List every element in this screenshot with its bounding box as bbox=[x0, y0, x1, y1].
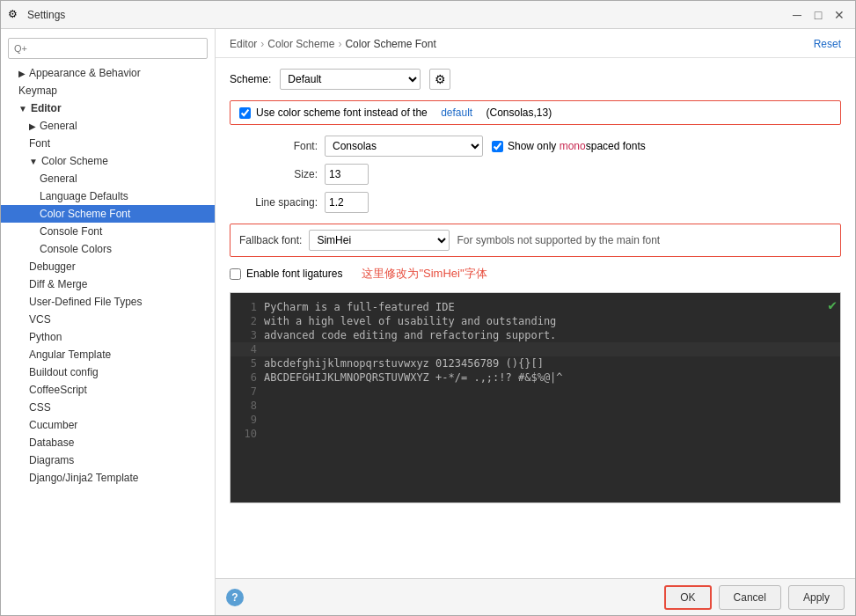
size-input[interactable] bbox=[325, 164, 369, 185]
show-monospaced-checkbox[interactable] bbox=[492, 141, 503, 152]
fallback-font-select[interactable]: SimHei bbox=[309, 230, 450, 251]
sidebar-item-keymap[interactable]: Keymap bbox=[1, 82, 215, 99]
sidebar-item-label: CSS bbox=[29, 401, 51, 414]
ligatures-checkbox[interactable] bbox=[230, 268, 241, 280]
scheme-select[interactable]: Default bbox=[280, 69, 421, 90]
sidebar-search-container bbox=[1, 33, 215, 64]
breadcrumb: Editor › Color Scheme › Color Scheme Fon… bbox=[230, 38, 436, 50]
sidebar-item-diagrams[interactable]: Diagrams bbox=[1, 451, 215, 469]
arrow-icon: ▼ bbox=[18, 104, 27, 114]
apply-button[interactable]: Apply bbox=[788, 585, 845, 610]
content-area: Editor › Color Scheme › Color Scheme Fon… bbox=[216, 29, 855, 615]
preview-line-4: 4 bbox=[230, 342, 840, 356]
use-color-scheme-label[interactable]: Use color scheme font instead of the def… bbox=[239, 106, 552, 119]
sidebar-item-vcs[interactable]: VCS bbox=[1, 311, 215, 328]
sidebar-item-label: Database bbox=[29, 436, 74, 449]
font-control: Consolas Show only monospaced fonts bbox=[325, 136, 841, 157]
line-number: 5 bbox=[230, 357, 257, 370]
sidebar-item-debugger[interactable]: Debugger bbox=[1, 258, 215, 275]
use-color-scheme-section: Use color scheme font instead of the def… bbox=[230, 100, 841, 125]
sidebar-item-label: Color Scheme Font bbox=[40, 208, 130, 220]
sidebar-item-console-font[interactable]: Console Font bbox=[1, 223, 215, 240]
ok-button[interactable]: OK bbox=[664, 585, 711, 610]
sidebar-item-label: Console Font bbox=[40, 225, 102, 238]
sidebar-item-label: Color Scheme bbox=[41, 155, 108, 167]
font-label: Font: bbox=[230, 140, 318, 152]
sidebar-item-django-jinja2[interactable]: Django/Jinja2 Template bbox=[1, 469, 215, 487]
sidebar-item-cucumber[interactable]: Cucumber bbox=[1, 416, 215, 434]
sidebar-item-css[interactable]: CSS bbox=[1, 399, 215, 416]
preview-box: ✔ 1 PyCharm is a full-featured IDE 2 wit… bbox=[230, 292, 841, 503]
breadcrumb-sep1: › bbox=[260, 38, 264, 50]
line-spacing-input[interactable] bbox=[325, 192, 369, 213]
gear-button[interactable]: ⚙ bbox=[429, 69, 450, 90]
sidebar-item-label: Cucumber bbox=[29, 419, 77, 431]
sidebar-item-editor[interactable]: ▼ Editor bbox=[1, 99, 215, 117]
sidebar-item-general[interactable]: ▶ General bbox=[1, 117, 215, 135]
sidebar-item-database[interactable]: Database bbox=[1, 434, 215, 451]
arrow-icon: ▼ bbox=[29, 157, 38, 166]
sidebar-item-label: Debugger bbox=[29, 260, 76, 273]
use-color-scheme-checkbox[interactable] bbox=[239, 107, 251, 119]
help-button[interactable]: ? bbox=[226, 589, 244, 606]
close-button[interactable]: ✕ bbox=[830, 6, 848, 24]
sidebar-item-console-colors[interactable]: Console Colors bbox=[1, 240, 215, 258]
line-code: ABCDEFGHIJKLMNOPQRSTUVWXYZ +-*/= .,;:!? … bbox=[264, 371, 563, 384]
sidebar-item-python[interactable]: Python bbox=[1, 328, 215, 346]
settings-window: ⚙ Settings ─ □ ✕ ▶ Appearance & Behavior… bbox=[0, 0, 856, 616]
sidebar-item-angular-template[interactable]: Angular Template bbox=[1, 346, 215, 363]
cancel-button[interactable]: Cancel bbox=[719, 585, 781, 610]
ligatures-label[interactable]: Enable font ligatures bbox=[230, 268, 342, 280]
preview-line-1: 1 PyCharm is a full-featured IDE bbox=[230, 300, 840, 314]
sidebar-item-label: Python bbox=[29, 331, 62, 343]
chinese-note: 这里修改为"SimHei"字体 bbox=[362, 266, 487, 282]
preview-line-3: 3 advanced code editing and refactoring … bbox=[230, 328, 840, 342]
sidebar-item-label: General bbox=[40, 120, 77, 132]
line-number: 2 bbox=[230, 315, 257, 327]
preview-tick-icon: ✔ bbox=[828, 297, 837, 313]
sidebar-item-label: Diff & Merge bbox=[29, 278, 87, 290]
preview-line-5: 5 abcdefghijklmnopqrstuvwxyz 0123456789 … bbox=[230, 356, 840, 370]
preview-line-7: 7 bbox=[230, 385, 840, 399]
ligatures-row: Enable font ligatures 这里修改为"SimHei"字体 bbox=[230, 266, 841, 282]
sidebar-item-user-defined-file-types[interactable]: User-Defined File Types bbox=[1, 293, 215, 311]
sidebar-item-color-scheme[interactable]: ▼ Color Scheme bbox=[1, 152, 215, 170]
sidebar-item-coffeescript[interactable]: CoffeeScript bbox=[1, 381, 215, 399]
reset-link[interactable]: Reset bbox=[814, 38, 841, 50]
footer: ? OK Cancel Apply bbox=[216, 578, 855, 615]
minimize-button[interactable]: ─ bbox=[788, 6, 806, 24]
sidebar-item-buildout-config[interactable]: Buildout config bbox=[1, 363, 215, 381]
sidebar-item-label: Language Defaults bbox=[40, 190, 128, 202]
scheme-label: Scheme: bbox=[230, 73, 271, 85]
sidebar-item-diff-merge[interactable]: Diff & Merge bbox=[1, 275, 215, 293]
sidebar-item-label: Buildout config bbox=[29, 366, 99, 378]
sidebar-item-font[interactable]: Font bbox=[1, 135, 215, 152]
line-number: 4 bbox=[230, 343, 257, 356]
line-code: with a high level of usability and outst… bbox=[264, 315, 556, 327]
default-link[interactable]: default bbox=[441, 106, 472, 119]
sidebar-item-color-scheme-font[interactable]: Color Scheme Font bbox=[1, 205, 215, 223]
preview-line-6: 6 ABCDEFGHIJKLMNOPQRSTUVWXYZ +-*/= .,;:!… bbox=[230, 370, 840, 385]
title-bar: ⚙ Settings ─ □ ✕ bbox=[1, 1, 855, 29]
breadcrumb-sep2: › bbox=[338, 38, 341, 50]
window-icon: ⚙ bbox=[8, 8, 22, 22]
line-spacing-label: Line spacing: bbox=[230, 196, 318, 209]
fallback-font-section: Fallback font: SimHei For symbols not su… bbox=[230, 224, 841, 257]
line-code: abcdefghijklmnopqrstuvwxyz 0123456789 ()… bbox=[264, 357, 544, 370]
show-monospaced-label[interactable]: Show only monospaced fonts bbox=[492, 140, 646, 152]
breadcrumb-current: Color Scheme Font bbox=[345, 38, 435, 50]
line-code: advanced code editing and refactoring su… bbox=[264, 329, 556, 341]
sidebar-item-label: Editor bbox=[31, 102, 62, 114]
preview-line-9: 9 bbox=[230, 413, 840, 427]
sidebar-item-appearance-behavior[interactable]: ▶ Appearance & Behavior bbox=[1, 64, 215, 82]
sidebar-item-cs-general[interactable]: General bbox=[1, 170, 215, 187]
sidebar-item-language-defaults[interactable]: Language Defaults bbox=[1, 187, 215, 205]
size-control bbox=[325, 164, 841, 185]
line-number: 9 bbox=[230, 414, 257, 426]
line-number: 3 bbox=[230, 329, 257, 341]
maximize-button[interactable]: □ bbox=[809, 6, 827, 24]
search-input[interactable] bbox=[8, 38, 208, 59]
fallback-font-label: Fallback font: bbox=[239, 234, 302, 246]
sidebar-item-label: VCS bbox=[29, 313, 51, 326]
font-select[interactable]: Consolas bbox=[325, 136, 483, 157]
